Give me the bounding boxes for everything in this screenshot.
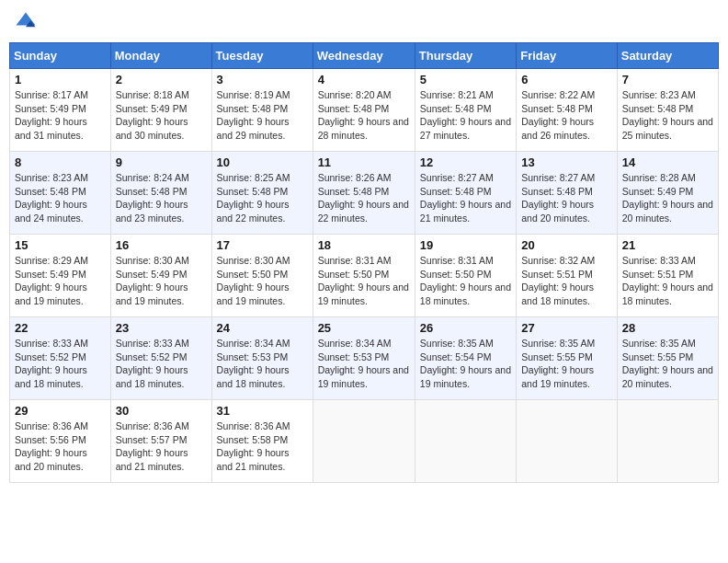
day-info: Sunrise: 8:30 AM Sunset: 5:49 PM Dayligh… <box>116 254 207 308</box>
day-info: Sunrise: 8:35 AM Sunset: 5:55 PM Dayligh… <box>622 337 713 391</box>
day-number: 27 <box>521 321 612 335</box>
day-number: 25 <box>318 321 410 335</box>
page-header <box>9 9 719 35</box>
calendar-day-cell: 6 Sunrise: 8:22 AM Sunset: 5:48 PM Dayli… <box>517 69 618 152</box>
weekday-header-monday: Monday <box>110 43 211 69</box>
calendar-day-cell: 28 Sunrise: 8:35 AM Sunset: 5:55 PM Dayl… <box>617 317 718 400</box>
day-info: Sunrise: 8:30 AM Sunset: 5:50 PM Dayligh… <box>217 254 308 308</box>
day-number: 5 <box>420 73 511 86</box>
calendar-day-cell <box>313 400 415 483</box>
calendar-day-cell: 7 Sunrise: 8:23 AM Sunset: 5:48 PM Dayli… <box>617 69 718 152</box>
calendar-day-cell: 2 Sunrise: 8:18 AM Sunset: 5:49 PM Dayli… <box>110 69 211 152</box>
day-number: 15 <box>15 238 106 252</box>
day-number: 2 <box>116 73 207 86</box>
day-info: Sunrise: 8:34 AM Sunset: 5:53 PM Dayligh… <box>217 337 308 391</box>
day-info: Sunrise: 8:21 AM Sunset: 5:48 PM Dayligh… <box>420 88 511 143</box>
day-number: 26 <box>420 321 511 335</box>
day-info: Sunrise: 8:20 AM Sunset: 5:48 PM Dayligh… <box>318 88 410 143</box>
calendar-day-cell: 17 Sunrise: 8:30 AM Sunset: 5:50 PM Dayl… <box>211 235 313 317</box>
calendar-day-cell: 29 Sunrise: 8:36 AM Sunset: 5:56 PM Dayl… <box>10 400 111 483</box>
day-number: 11 <box>318 155 410 169</box>
day-info: Sunrise: 8:17 AM Sunset: 5:49 PM Dayligh… <box>15 88 106 143</box>
calendar-day-cell: 31 Sunrise: 8:36 AM Sunset: 5:58 PM Dayl… <box>211 400 313 483</box>
calendar-day-cell: 9 Sunrise: 8:24 AM Sunset: 5:48 PM Dayli… <box>110 152 211 235</box>
day-info: Sunrise: 8:31 AM Sunset: 5:50 PM Dayligh… <box>420 254 511 308</box>
day-number: 4 <box>318 73 410 86</box>
calendar-day-cell: 4 Sunrise: 8:20 AM Sunset: 5:48 PM Dayli… <box>313 69 415 152</box>
day-number: 20 <box>521 238 612 252</box>
calendar-day-cell: 3 Sunrise: 8:19 AM Sunset: 5:48 PM Dayli… <box>211 69 313 152</box>
day-number: 13 <box>521 155 612 169</box>
day-info: Sunrise: 8:23 AM Sunset: 5:48 PM Dayligh… <box>15 171 106 225</box>
day-info: Sunrise: 8:32 AM Sunset: 5:51 PM Dayligh… <box>521 254 612 308</box>
day-info: Sunrise: 8:31 AM Sunset: 5:50 PM Dayligh… <box>318 254 410 308</box>
day-number: 9 <box>116 155 207 169</box>
day-number: 23 <box>116 321 207 335</box>
day-number: 30 <box>116 404 207 418</box>
day-number: 6 <box>521 73 612 86</box>
weekday-header-friday: Friday <box>517 43 618 69</box>
logo <box>13 9 42 35</box>
calendar-day-cell: 23 Sunrise: 8:33 AM Sunset: 5:52 PM Dayl… <box>110 317 211 400</box>
day-info: Sunrise: 8:27 AM Sunset: 5:48 PM Dayligh… <box>420 171 511 225</box>
day-number: 24 <box>217 321 308 335</box>
day-number: 16 <box>116 238 207 252</box>
calendar-week-row: 29 Sunrise: 8:36 AM Sunset: 5:56 PM Dayl… <box>10 400 719 483</box>
logo-icon <box>13 9 39 35</box>
day-number: 8 <box>15 155 106 169</box>
calendar-day-cell <box>415 400 516 483</box>
calendar-day-cell: 30 Sunrise: 8:36 AM Sunset: 5:57 PM Dayl… <box>110 400 211 483</box>
day-info: Sunrise: 8:18 AM Sunset: 5:49 PM Dayligh… <box>116 88 207 143</box>
day-info: Sunrise: 8:35 AM Sunset: 5:55 PM Dayligh… <box>521 337 612 391</box>
calendar-week-row: 15 Sunrise: 8:29 AM Sunset: 5:49 PM Dayl… <box>10 235 719 317</box>
calendar-day-cell: 22 Sunrise: 8:33 AM Sunset: 5:52 PM Dayl… <box>10 317 111 400</box>
calendar-day-cell: 10 Sunrise: 8:25 AM Sunset: 5:48 PM Dayl… <box>211 152 313 235</box>
calendar-day-cell <box>617 400 718 483</box>
day-info: Sunrise: 8:35 AM Sunset: 5:54 PM Dayligh… <box>420 337 511 391</box>
calendar-day-cell: 11 Sunrise: 8:26 AM Sunset: 5:48 PM Dayl… <box>313 152 415 235</box>
day-info: Sunrise: 8:28 AM Sunset: 5:49 PM Dayligh… <box>622 171 713 225</box>
calendar-week-row: 22 Sunrise: 8:33 AM Sunset: 5:52 PM Dayl… <box>10 317 719 400</box>
calendar-week-row: 1 Sunrise: 8:17 AM Sunset: 5:49 PM Dayli… <box>10 69 719 152</box>
day-number: 3 <box>217 73 308 86</box>
day-info: Sunrise: 8:33 AM Sunset: 5:52 PM Dayligh… <box>116 337 207 391</box>
calendar-day-cell: 18 Sunrise: 8:31 AM Sunset: 5:50 PM Dayl… <box>313 235 415 317</box>
calendar-day-cell: 13 Sunrise: 8:27 AM Sunset: 5:48 PM Dayl… <box>517 152 618 235</box>
weekday-header-saturday: Saturday <box>617 43 718 69</box>
calendar-day-cell: 20 Sunrise: 8:32 AM Sunset: 5:51 PM Dayl… <box>517 235 618 317</box>
day-number: 28 <box>622 321 713 335</box>
calendar-day-cell: 8 Sunrise: 8:23 AM Sunset: 5:48 PM Dayli… <box>10 152 111 235</box>
calendar-day-cell: 26 Sunrise: 8:35 AM Sunset: 5:54 PM Dayl… <box>415 317 516 400</box>
day-number: 7 <box>622 73 713 86</box>
day-info: Sunrise: 8:22 AM Sunset: 5:48 PM Dayligh… <box>521 88 612 143</box>
calendar-table: SundayMondayTuesdayWednesdayThursdayFrid… <box>9 42 719 483</box>
day-info: Sunrise: 8:36 AM Sunset: 5:57 PM Dayligh… <box>116 419 207 474</box>
calendar-day-cell: 15 Sunrise: 8:29 AM Sunset: 5:49 PM Dayl… <box>10 235 111 317</box>
weekday-header-wednesday: Wednesday <box>313 43 415 69</box>
weekday-header-sunday: Sunday <box>10 43 111 69</box>
calendar-day-cell: 25 Sunrise: 8:34 AM Sunset: 5:53 PM Dayl… <box>313 317 415 400</box>
day-number: 29 <box>15 404 106 418</box>
calendar-day-cell: 16 Sunrise: 8:30 AM Sunset: 5:49 PM Dayl… <box>110 235 211 317</box>
day-info: Sunrise: 8:19 AM Sunset: 5:48 PM Dayligh… <box>217 88 308 143</box>
weekday-header-row: SundayMondayTuesdayWednesdayThursdayFrid… <box>10 43 719 69</box>
day-number: 10 <box>217 155 308 169</box>
day-info: Sunrise: 8:33 AM Sunset: 5:51 PM Dayligh… <box>622 254 713 308</box>
calendar-day-cell: 24 Sunrise: 8:34 AM Sunset: 5:53 PM Dayl… <box>211 317 313 400</box>
day-number: 17 <box>217 238 308 252</box>
day-info: Sunrise: 8:24 AM Sunset: 5:48 PM Dayligh… <box>116 171 207 225</box>
day-info: Sunrise: 8:26 AM Sunset: 5:48 PM Dayligh… <box>318 171 410 225</box>
weekday-header-tuesday: Tuesday <box>211 43 313 69</box>
calendar-day-cell: 21 Sunrise: 8:33 AM Sunset: 5:51 PM Dayl… <box>617 235 718 317</box>
calendar-week-row: 8 Sunrise: 8:23 AM Sunset: 5:48 PM Dayli… <box>10 152 719 235</box>
calendar-day-cell: 27 Sunrise: 8:35 AM Sunset: 5:55 PM Dayl… <box>517 317 618 400</box>
day-number: 14 <box>622 155 713 169</box>
calendar-day-cell: 1 Sunrise: 8:17 AM Sunset: 5:49 PM Dayli… <box>10 69 111 152</box>
day-info: Sunrise: 8:34 AM Sunset: 5:53 PM Dayligh… <box>318 337 410 391</box>
day-info: Sunrise: 8:36 AM Sunset: 5:58 PM Dayligh… <box>217 419 308 474</box>
day-info: Sunrise: 8:23 AM Sunset: 5:48 PM Dayligh… <box>622 88 713 143</box>
day-number: 12 <box>420 155 511 169</box>
calendar-day-cell <box>517 400 618 483</box>
day-info: Sunrise: 8:36 AM Sunset: 5:56 PM Dayligh… <box>15 419 106 474</box>
day-number: 31 <box>217 404 308 418</box>
